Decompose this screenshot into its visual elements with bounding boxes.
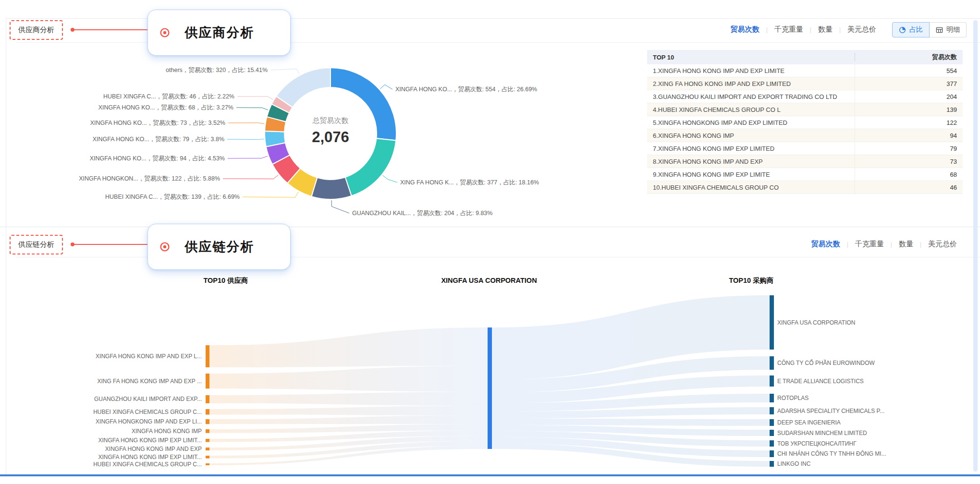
view-toggle-group: 占比明细 (892, 22, 967, 37)
table-icon (936, 26, 943, 34)
table-row: 7.XINGFA HONG KONG IMP EXP LIMITED79 (647, 142, 963, 155)
sankey-buyer-node[interactable] (770, 407, 774, 414)
sankey-supplier-node[interactable] (206, 439, 209, 442)
sankey-flow[interactable] (209, 392, 488, 406)
sankey-buyer-label: XINGFA USA CORPORATION (777, 319, 855, 326)
donut-label-line (382, 175, 397, 182)
metric-tab[interactable]: 数量 (818, 25, 833, 34)
donut-label-line (237, 97, 273, 100)
sankey-buyer-node[interactable] (770, 450, 774, 457)
sankey-supplier-node[interactable] (206, 429, 209, 433)
sankey-buyer-node[interactable] (770, 356, 774, 370)
target-icon (159, 27, 170, 38)
view-toggle-detail[interactable]: 明细 (930, 22, 967, 37)
sankey-supplier-label: XING FA HONG KONG IMP AND EXP ... (97, 378, 202, 385)
sankey-column-header: TOP10 供应商 (203, 277, 248, 284)
sankey-flow[interactable] (209, 366, 488, 392)
sankey-buyer-node[interactable] (770, 394, 774, 402)
supply-chain-metric-tabs: 贸易次数|千克重量|数量|美元总价 (811, 240, 957, 249)
sankey-flow[interactable] (209, 406, 488, 415)
trade-count-cell: 79 (855, 142, 963, 155)
sankey-buyer-node[interactable] (770, 440, 774, 447)
supplier-donut-chart: XINGFA HONG KO...，贸易次数: 554，占比: 26.69%XI… (0, 0, 644, 226)
table-row: 9.XINGFA HONG KONG IMP EXP LIMITE68 (647, 168, 963, 181)
metric-tab[interactable]: 数量 (899, 240, 913, 249)
sankey-buyer-label: ТОВ УКРСПЕЦКОНСАЛТИНГ (777, 440, 857, 447)
sankey-supplier-node[interactable] (206, 463, 209, 465)
sankey-buyer-node[interactable] (770, 295, 774, 350)
sankey-supplier-node[interactable] (206, 374, 209, 388)
toggle-label: 明细 (946, 25, 960, 34)
metric-tab[interactable]: 千克重量 (855, 240, 884, 249)
table-header-row: TOP 10 贸易次数 (647, 50, 963, 64)
sankey-column-header: TOP10 采购商 (729, 277, 773, 284)
metric-tab[interactable]: 美元总价 (928, 240, 957, 249)
supply-chain-analysis-callout: 供应链分析 (147, 224, 291, 270)
sankey-center-node[interactable] (488, 327, 492, 449)
donut-center-label: 总贸易次数 (312, 116, 349, 124)
sankey-buyer-label: CHI NHÁNH CÔNG TY TNHH ĐÔNG MI... (777, 450, 886, 457)
company-name-cell: 6.XINGFA HONG KONG IMP (647, 132, 855, 139)
donut-slice-label: XINGFA HONG KO...，贸易次数: 94，占比: 4.53% (90, 155, 225, 162)
table-row: 8.XINGFA HONG KONG IMP AND EXP73 (647, 155, 963, 168)
sankey-supplier-label: XINGFA HONG KONG IMP EXP LIMIT... (98, 437, 202, 444)
donut-slice[interactable] (345, 138, 396, 196)
sankey-supplier-node[interactable] (206, 448, 209, 450)
sankey-flow[interactable] (209, 327, 488, 367)
donut-slice-label: XING FA HONG K...，贸易次数: 377，占比: 18.16% (400, 179, 539, 186)
sankey-buyer-node[interactable] (770, 430, 774, 436)
tab-separator: | (891, 241, 892, 248)
sankey-supplier-node[interactable] (206, 409, 209, 415)
table-row: 10.HUBEI XINGFA CHEMICALS GROUP CO46 (647, 181, 963, 194)
trade-analysis-dashboard: 供应商分析 供应商分析 贸易次数|千克重量|数量|美元总价 占比明细 XINGF… (0, 0, 980, 484)
sankey-supplier-label: GUANGZHOU KAILI IMPORT AND EXP... (94, 396, 202, 402)
supply-chain-analysis-tag: 供应链分析 (10, 235, 63, 254)
donut-label-line (228, 156, 268, 158)
sankey-buyer-node[interactable] (770, 419, 774, 426)
donut-label-line (223, 175, 278, 179)
sankey-supplier-node[interactable] (206, 395, 209, 403)
sankey-buyer-label: CÔNG TY CỔ PHẦN EUROWINDOW (777, 359, 875, 366)
donut-slice-label: HUBEI XINGFA C...，贸易次数: 139，占比: 6.69% (105, 194, 240, 200)
sankey-flow[interactable] (492, 419, 770, 426)
company-name-cell: 9.XINGFA HONG KONG IMP EXP LIMITE (647, 171, 855, 178)
sankey-supplier-node[interactable] (206, 456, 209, 459)
trade-count-cell: 204 (855, 90, 963, 103)
target-icon (159, 242, 170, 252)
sankey-supplier-label: XINGFA HONG KONG IMP AND EXP L... (96, 353, 202, 360)
sankey-supplier-label: HUBEI XINGFA CHEMICALS GROUP C... (93, 409, 202, 415)
tab-separator: | (810, 26, 811, 33)
metric-tab[interactable]: 贸易次数 (731, 25, 760, 34)
view-toggle-ratio[interactable]: 占比 (892, 22, 930, 37)
sankey-flow[interactable] (209, 415, 488, 424)
sankey-supplier-node[interactable] (206, 419, 209, 424)
connector-dot (71, 28, 74, 32)
sankey-buyer-node[interactable] (770, 375, 774, 387)
table-row: 5.XINGFA HONGKONG IMP AND EXP LIMITED122 (647, 116, 963, 129)
tab-separator: | (766, 26, 768, 33)
table-row: 2.XING FA HONG KONG IMP AND EXP LIMITED3… (647, 77, 963, 90)
supplier-metric-tabs: 贸易次数|千克重量|数量|美元总价 (731, 25, 876, 34)
trade-count-cell: 68 (855, 168, 963, 181)
metric-tab[interactable]: 贸易次数 (811, 240, 840, 249)
connector-dot (71, 242, 74, 246)
sankey-supplier-node[interactable] (206, 345, 209, 367)
company-name-cell: 7.XINGFA HONG KONG IMP EXP LIMITED (647, 145, 855, 152)
table-body: 1.XINGFA HONG KONG IMP AND EXP LIMITE554… (647, 64, 963, 194)
donut-label-line (228, 123, 264, 124)
callout-title: 供应商分析 (170, 24, 269, 41)
sankey-buyer-label: ADARSHA SPECIALITY CHEMICALS P... (777, 408, 884, 414)
company-name-cell: 1.XINGFA HONG KONG IMP AND EXP LIMITE (647, 67, 855, 74)
trade-count-cell: 46 (855, 181, 963, 194)
company-name-cell: 3.GUANGZHOU KAILI IMPORT AND EXPORT TRAD… (647, 93, 855, 100)
trade-count-cell: 554 (855, 64, 963, 77)
metric-tab[interactable]: 千克重量 (774, 25, 803, 34)
donut-slice[interactable] (276, 68, 331, 108)
toggle-label: 占比 (909, 25, 923, 34)
sankey-buyer-node[interactable] (770, 461, 774, 467)
sankey-buyer-label: E TRADE ALLIANCE LOGISTICS (777, 378, 864, 385)
donut-label-line (236, 108, 268, 110)
donut-slice[interactable] (311, 177, 351, 199)
donut-slice-label: GUANGZHOU KAIL...，贸易次数: 204，占比: 9.83% (352, 210, 492, 217)
metric-tab[interactable]: 美元总价 (847, 25, 876, 34)
